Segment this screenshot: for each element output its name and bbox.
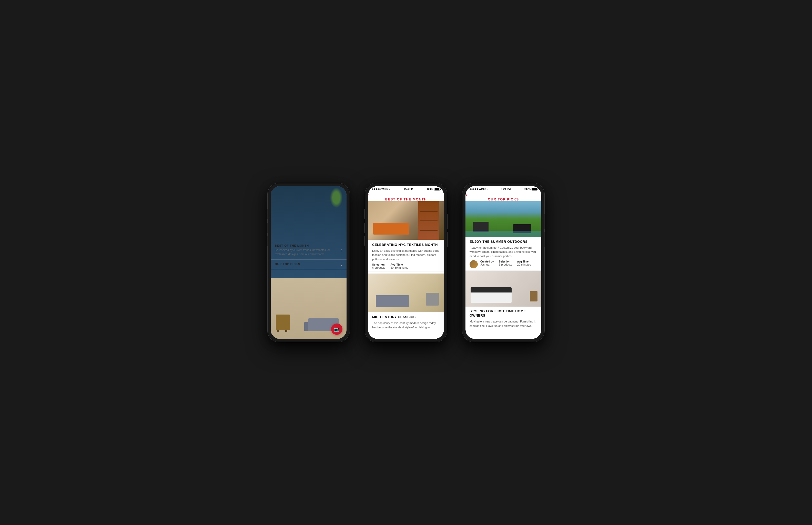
list-item-title-best: BEST OF THE MONTH — [275, 244, 343, 247]
list-item-picks[interactable]: OUR TOP PICKS › — [271, 259, 347, 270]
stats-row-1: Selection 6 products Avg Time 20-30 minu… — [372, 263, 440, 269]
bedroom-image — [465, 271, 541, 306]
content-3: ENJOY THE SUMMER OUTDOORS Ready for the … — [465, 201, 541, 332]
app-header-3: ‹ OUR TOP PICKS — [465, 192, 541, 201]
phone-2: WIND ▾ 1:24 PM 100% ‹ BEST OF THE MONTH — [365, 183, 447, 342]
stat-value-selection-3: 6 products — [499, 263, 512, 266]
curator-info: Curated by Joshua — [480, 260, 494, 266]
curator-row: Curated by Joshua Selection 6 products A… — [469, 260, 537, 268]
stat-label-avgtime-3: Avg Time — [517, 260, 531, 263]
list-item-best[interactable]: BEST OF THE MONTH Be inspired by current… — [271, 241, 347, 259]
back-button-2[interactable]: ‹ — [368, 192, 370, 197]
battery-pct-2: 100% — [426, 188, 433, 191]
chevron-right-icon-1: › — [341, 248, 343, 253]
text-section-1: CELEBRATING NYC TEXTILES MONTH Enjoy an … — [368, 240, 444, 271]
wifi-icon-3: ▾ — [486, 188, 488, 191]
back-button-3[interactable]: ‹ — [465, 192, 467, 197]
stat-label-selection-3: Selection — [499, 260, 512, 263]
page-title-2: BEST OF THE MONTH — [368, 197, 444, 201]
phones-container: WIND ▾ 1:21 PM 100% DWR SELECTIONS — [268, 183, 544, 342]
section-title-outdoor: ENJOY THE SUMMER OUTDOORS — [469, 240, 537, 244]
section-desc-1: Enjoy an exclusive exhibit partnered wit… — [372, 249, 440, 261]
room-image-2 — [368, 273, 444, 312]
stat-avgtime-1: Avg Time 20-30 minutes — [390, 263, 408, 269]
wifi-icon-2: ▾ — [389, 188, 390, 191]
outdoor-image — [465, 201, 541, 237]
room-image-1 — [368, 201, 444, 240]
time-2: 1:24 PM — [404, 188, 413, 191]
carrier-2: WIND — [381, 188, 388, 191]
camera-button[interactable]: 📷 — [331, 324, 343, 335]
time-3: 1:24 PM — [501, 188, 511, 191]
section-desc-bedroom: Moving to a new place can be daunting. F… — [469, 319, 537, 328]
stat-label-avgtime-1: Avg Time — [390, 263, 408, 266]
phone-1: WIND ▾ 1:21 PM 100% DWR SELECTIONS — [268, 183, 350, 342]
chevron-right-icon-2: › — [341, 262, 343, 267]
outdoor-section: ENJOY THE SUMMER OUTDOORS Ready for the … — [465, 237, 541, 271]
camera-icon: 📷 — [334, 326, 340, 332]
text-section-2: MID-CENTURY CLASSICS The popularity of m… — [368, 312, 444, 333]
carrier-3: WIND — [479, 188, 486, 191]
phone-3: WIND ▾ 1:24 PM 100% ‹ OUR TOP PICKS — [462, 183, 544, 342]
stat-value-avgtime-3: 20 minutes — [517, 263, 531, 266]
curator-avatar — [469, 260, 478, 268]
section-title-bedroom: STYLING FOR FIRST TIME HOME OWNERS — [469, 309, 537, 318]
section-title-1: CELEBRATING NYC TEXTILES MONTH — [372, 243, 440, 247]
stat-label-selection-1: Selection — [372, 263, 385, 266]
stat-avgtime-3: Avg Time 20 minutes — [517, 260, 531, 266]
section-desc-outdoor: Ready for the summer? Customize your bac… — [469, 245, 537, 258]
status-bar-3: WIND ▾ 1:24 PM 100% — [465, 186, 541, 192]
curator-name: Joshua — [480, 263, 494, 266]
bedroom-section: STYLING FOR FIRST TIME HOME OWNERS Movin… — [465, 306, 541, 332]
curator-by-label: Curated by — [480, 260, 494, 263]
stat-selection-1: Selection 6 products — [372, 263, 385, 269]
status-bar-2: WIND ▾ 1:24 PM 100% — [368, 186, 444, 192]
stat-value-avgtime-1: 20-30 minutes — [390, 266, 408, 269]
list-item-desc-best: Be inspired by current trends, new taste… — [275, 248, 343, 256]
list-item-title-picks: OUR TOP PICKS — [275, 262, 343, 266]
section-title-2: MID-CENTURY CLASSICS — [372, 315, 440, 319]
battery-icon-2 — [434, 188, 440, 191]
battery-icon-3 — [531, 188, 537, 191]
battery-pct-3: 100% — [524, 188, 530, 191]
content-2: CELEBRATING NYC TEXTILES MONTH Enjoy an … — [368, 201, 444, 333]
curator-stats: Curated by Joshua Selection 6 products A… — [480, 260, 537, 266]
stat-selection-3: Selection 6 products — [499, 260, 512, 266]
stat-value-selection-1: 6 products — [372, 266, 385, 269]
page-title-3: OUR TOP PICKS — [465, 197, 541, 201]
section-desc-2: The popularity of mid-century modern des… — [372, 321, 440, 329]
app-header-2: ‹ BEST OF THE MONTH — [368, 192, 444, 201]
